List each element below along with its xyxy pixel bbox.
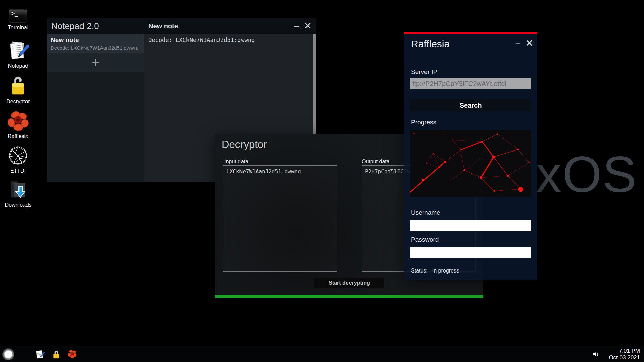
padlock-open-icon	[10, 74, 26, 97]
taskbar: 7:01 PM Oct 03 2021	[0, 346, 644, 362]
notepad-sidebar: New note Decode: LXCkNe7W1AanJ2d51:qwwn.…	[47, 34, 144, 182]
taskbar-rafflesia-icon[interactable]	[68, 350, 77, 358]
terminal-icon: >_	[9, 9, 27, 23]
note-list-item[interactable]: New note Decode: LXCkNe7W1AanJ2d51:qwwn.…	[47, 34, 144, 53]
status-row: Status:In progress	[411, 268, 459, 274]
clock-time: 7:01 PM	[609, 348, 640, 354]
desktop-icon-downloads[interactable]: Downloads	[3, 179, 34, 208]
desktop-icon-label: Notepad	[8, 63, 29, 69]
notepad-tab-title: New note	[148, 22, 178, 30]
taskbar-notepad-icon[interactable]	[35, 349, 45, 359]
desktop-icon-label: ETTDI	[10, 168, 26, 174]
input-data-label: Input data	[224, 159, 248, 165]
notepad-icon	[8, 40, 29, 61]
taskbar-decryptor-lock-icon[interactable]	[52, 350, 60, 359]
decryptor-window-title: Decryptor	[222, 139, 267, 151]
note-content: Decode: LXCkNe7W1AanJ2d51:qwwng	[144, 34, 316, 46]
desktop-icon-terminal[interactable]: >_ Terminal	[3, 9, 34, 31]
password-label: Password	[411, 236, 439, 243]
notepad-titlebar[interactable]: Notepad 2.0 New note – ✕	[47, 18, 316, 34]
desktop-icon-decryptor[interactable]: Decryptor	[3, 74, 34, 105]
password-input[interactable]	[410, 247, 531, 258]
minimize-icon[interactable]: –	[515, 40, 520, 47]
rafflesia-window-title: Rafflesia	[411, 38, 450, 50]
username-label: Username	[411, 209, 440, 216]
close-icon[interactable]: ✕	[526, 39, 533, 48]
desktop: xOS >_ Terminal	[0, 0, 644, 362]
volume-icon[interactable]	[592, 351, 600, 358]
rafflesia-window: Rafflesia – ✕ Server IP Search Progress	[404, 32, 537, 280]
desktop-icon-rafflesia[interactable]: Rafflesia	[3, 111, 34, 139]
username-input[interactable]	[410, 220, 531, 231]
os-watermark: xOS	[536, 149, 637, 200]
start-button[interactable]	[2, 348, 14, 360]
wireframe-globe-icon	[8, 145, 28, 166]
search-button[interactable]: Search	[410, 99, 531, 111]
server-ip-input[interactable]	[410, 78, 531, 89]
note-preview: Decode: LXCkNe7W1AanJ2d51:qwwn...	[51, 45, 140, 51]
status-label: Status:	[411, 268, 428, 274]
downloads-folder-icon	[8, 179, 28, 200]
add-note-button[interactable]: +	[47, 53, 144, 72]
output-data-label: Output data	[362, 159, 390, 165]
minimize-icon[interactable]: –	[294, 23, 299, 29]
window-accent-bar	[404, 32, 537, 34]
rafflesia-flower-icon	[7, 111, 29, 131]
desktop-icon-ettdi[interactable]: ETTDI	[3, 145, 34, 174]
plexus-network-image	[410, 130, 531, 197]
decrypt-progress-bar	[215, 295, 483, 298]
status-value: In progress	[432, 268, 459, 274]
input-data-textarea[interactable]: LXCkNe7W1AanJ2d51:qwwng	[223, 165, 337, 272]
desktop-icon-label: Downloads	[5, 202, 31, 208]
desktop-icon-label: Decryptor	[6, 99, 30, 105]
close-icon[interactable]: ✕	[304, 22, 312, 31]
desktop-icon-notepad[interactable]: Notepad	[3, 40, 34, 69]
desktop-icon-label: Rafflesia	[8, 133, 29, 139]
taskbar-clock[interactable]: 7:01 PM Oct 03 2021	[609, 348, 640, 361]
progress-label: Progress	[411, 119, 436, 126]
start-decrypting-button[interactable]: Start decrypting	[314, 278, 384, 288]
desktop-icon-label: Terminal	[8, 25, 28, 31]
note-title: New note	[51, 36, 140, 44]
server-ip-label: Server IP	[411, 68, 437, 76]
clock-date: Oct 03 2021	[609, 354, 640, 361]
notepad-window-title: Notepad 2.0	[51, 21, 99, 32]
